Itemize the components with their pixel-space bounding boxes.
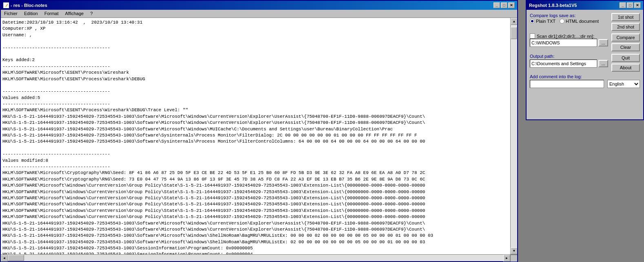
right-col-lang: English	[607, 74, 640, 88]
second-shot-button[interactable]: 2nd shot	[611, 23, 640, 31]
scan-label: Scan dir1[;dir2;dir3;...;dir nn]:	[537, 34, 594, 39]
first-shot-button[interactable]: 1st shot	[611, 13, 640, 21]
regshot-minimize-button[interactable]: _	[620, 2, 626, 8]
titlebar-controls: _ □ ✕	[494, 2, 515, 8]
regshot-window: Regshot 1.8.3-beta1V5 _ □ ✕ Compare logs…	[526, 0, 644, 120]
scan-path-input[interactable]	[530, 39, 597, 47]
titlebar-left: 📝 - res - Bloc-notes	[3, 2, 47, 8]
maximize-button[interactable]: □	[501, 2, 507, 8]
comment-left: Add comment into the log:	[530, 74, 604, 88]
radio-plain-option[interactable]: Plain TXT	[530, 19, 555, 24]
output-path-input[interactable]	[530, 59, 597, 68]
minimize-button[interactable]: _	[494, 2, 500, 8]
regshot-controls: _ □ ✕	[620, 2, 641, 8]
text-content[interactable]: Datetime:2023/10/10 13:16:42 , 2023/10/1…	[1, 18, 510, 254]
output-left: Output path: ...	[530, 54, 608, 72]
notepad-title: - res - Bloc-notes	[11, 3, 47, 8]
scan-checkbox[interactable]	[530, 33, 535, 39]
right-col-3: Quit About	[611, 54, 640, 72]
close-button[interactable]: ✕	[508, 2, 515, 8]
comment-input[interactable]	[530, 80, 604, 88]
radio-group: Plain TXT HTML document	[530, 19, 608, 24]
regshot-titlebar-left: Regshot 1.8.3-beta1V5	[529, 3, 577, 8]
compare-left: Compare logs save as: Plain TXT HTML doc…	[530, 13, 608, 31]
scroll-thumb-v[interactable]	[511, 27, 517, 39]
menu-fichier[interactable]: Fichier	[1, 11, 21, 17]
regshot-titlebar: Regshot 1.8.3-beta1V5 _ □ ✕	[527, 1, 643, 10]
compare-label: Compare logs save as:	[530, 13, 608, 18]
notepad-window: 📝 - res - Bloc-notes _ □ ✕ Fichier Editi…	[0, 0, 518, 262]
language-section: English	[607, 80, 640, 88]
menu-affichage[interactable]: Affichage	[62, 11, 87, 17]
about-button[interactable]: About	[611, 64, 640, 72]
regshot-close-button[interactable]: ✕	[634, 2, 641, 8]
scan-left: Scan dir1[;dir2;dir3;...;dir nn]: ...	[530, 33, 608, 51]
radio-html-circle[interactable]	[560, 19, 564, 24]
quit-button[interactable]: Quit	[611, 54, 640, 62]
comment-section: Add comment into the log: English	[530, 74, 640, 88]
scan-browse-button[interactable]: ...	[598, 39, 608, 46]
notepad-titlebar: 📝 - res - Bloc-notes _ □ ✕	[1, 1, 517, 10]
horizontal-scrollbar: ◄ ►	[1, 254, 517, 261]
radio-plain-label: Plain TXT	[536, 19, 555, 24]
scan-checkbox-row: Scan dir1[;dir2;dir3;...;dir nn]:	[530, 33, 608, 39]
radio-html-label: HTML document	[566, 19, 599, 24]
language-select[interactable]: English	[607, 80, 640, 88]
menu-edition[interactable]: Edition	[21, 11, 41, 17]
clear-button[interactable]: Clear	[611, 43, 640, 51]
vertical-scrollbar: ▲ ▼	[510, 18, 517, 254]
regshot-maximize-button[interactable]: □	[627, 2, 633, 8]
menu-bar: Fichier Edition Format Affichage ?	[1, 10, 517, 18]
menu-help[interactable]: ?	[87, 11, 96, 17]
scroll-up-button[interactable]: ▲	[511, 18, 517, 25]
output-section: Output path: ... Quit About	[530, 54, 640, 72]
compare-button[interactable]: Compare	[611, 33, 640, 42]
scroll-left-button[interactable]: ◄	[1, 255, 8, 262]
output-label: Output path:	[530, 54, 608, 59]
regshot-title: Regshot 1.8.3-beta1V5	[529, 3, 577, 8]
scroll-track-v[interactable]	[511, 25, 517, 247]
compare-section: Compare logs save as: Plain TXT HTML doc…	[530, 13, 640, 31]
right-col-1: 1st shot 2nd shot	[611, 13, 640, 31]
output-input-row: ...	[530, 59, 608, 68]
output-browse-button[interactable]: ...	[598, 60, 608, 67]
comment-label: Add comment into the log:	[530, 74, 604, 79]
scan-input-row: ...	[530, 39, 608, 47]
notepad-icon: 📝	[3, 2, 9, 8]
scroll-down-button[interactable]: ▼	[511, 247, 517, 254]
scroll-thumb-h[interactable]	[8, 255, 24, 261]
menu-format[interactable]: Format	[41, 11, 62, 17]
radio-html-option[interactable]: HTML document	[560, 19, 599, 24]
regshot-content: Compare logs save as: Plain TXT HTML doc…	[527, 10, 643, 119]
content-area: Datetime:2023/10/10 13:16:42 , 2023/10/1…	[1, 18, 517, 254]
scroll-track-h[interactable]	[8, 255, 503, 261]
scan-section: Scan dir1[;dir2;dir3;...;dir nn]: ... Co…	[530, 33, 640, 51]
radio-plain-circle[interactable]	[530, 19, 535, 24]
scrollbar-corner	[510, 255, 517, 262]
right-col-2: Compare Clear	[611, 33, 640, 51]
scroll-right-button[interactable]: ►	[503, 255, 510, 262]
